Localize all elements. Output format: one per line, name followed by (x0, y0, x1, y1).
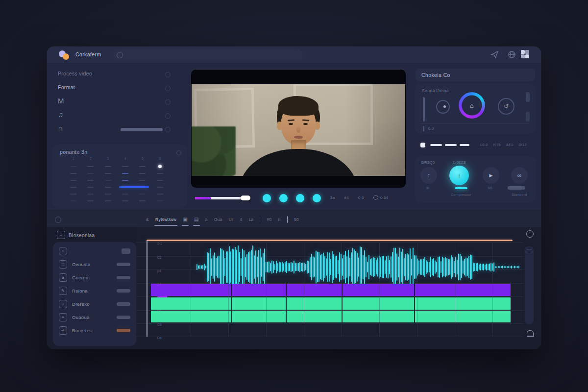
mixer-cell[interactable] (117, 172, 134, 174)
dial-button-loop[interactable]: ∞ (511, 167, 528, 184)
video-preview[interactable] (191, 70, 406, 188)
sidebar-progress-bar[interactable] (121, 128, 163, 131)
mixer-cell[interactable] (65, 179, 82, 181)
mixer-cell[interactable] (117, 200, 134, 201)
inspector-header[interactable]: Chokeia Co (416, 69, 535, 81)
player-action-button-2[interactable] (279, 194, 288, 202)
toolbar-item[interactable]: n (278, 217, 281, 222)
clip-split[interactable] (231, 284, 232, 296)
mixer-cell[interactable] (134, 166, 151, 167)
track-list-item[interactable]: ○ (53, 245, 136, 258)
mixer-cell[interactable] (99, 166, 117, 167)
track-list-item[interactable]: ≡ Ouaoua (53, 311, 136, 324)
mixer-cell[interactable] (65, 193, 82, 195)
toolbar-item[interactable]: 50 (294, 217, 299, 222)
sidebar-item[interactable]: ∩ (53, 123, 189, 135)
mixer-cell[interactable] (151, 179, 169, 181)
mixer-cell[interactable] (151, 166, 169, 167)
sidebar-item-radio[interactable] (165, 113, 171, 119)
track-list-item[interactable]: □ Ovousta (53, 258, 136, 271)
mixer-cell[interactable] (82, 193, 99, 195)
clip-split[interactable] (231, 297, 232, 310)
mixer-cell[interactable] (151, 172, 169, 174)
toolbar-item[interactable] (260, 217, 260, 222)
clip-split[interactable] (414, 297, 415, 310)
mixer-cell[interactable] (117, 186, 151, 188)
mixer-cell[interactable] (134, 200, 151, 201)
mixer-cell[interactable] (151, 193, 169, 195)
clip-split[interactable] (231, 311, 232, 322)
track-list-item[interactable]: ♪ Drerexo (53, 297, 136, 311)
magnet-snap-icon[interactable] (527, 330, 534, 337)
mixer-cell[interactable] (99, 186, 117, 188)
clip-split[interactable] (414, 311, 415, 322)
meter-dot[interactable] (420, 143, 425, 147)
meter-dash[interactable] (430, 144, 442, 146)
clip-track-purple[interactable] (151, 284, 511, 296)
toolbar-item[interactable]: ▣ (183, 217, 188, 222)
toolbar-item[interactable]: Ur (229, 217, 234, 222)
track-list-item[interactable]: a Guereo (53, 271, 136, 284)
timeline[interactable]: 0:1C2p46368C8Da (136, 227, 541, 341)
sidebar-item-radio[interactable] (165, 86, 171, 91)
toolbar-record-icon[interactable] (55, 217, 61, 223)
toolbar-item[interactable]: a (205, 217, 208, 222)
clip-split[interactable] (286, 297, 287, 310)
mixer-cell[interactable] (82, 179, 99, 181)
player-action-button-1[interactable] (263, 194, 271, 202)
mixer-cell[interactable] (99, 200, 117, 201)
sidebar-item[interactable]: Process video (53, 69, 189, 80)
mixer-cell[interactable] (65, 200, 82, 201)
mixer-cell[interactable] (151, 200, 169, 201)
clock-icon[interactable] (526, 230, 534, 238)
dial-button-active[interactable]: ↑ (449, 166, 469, 185)
mixer-cell[interactable] (65, 166, 82, 167)
mixer-cell[interactable] (99, 172, 117, 174)
timeline-scrollbar[interactable] (525, 246, 534, 324)
toolbar-item[interactable]: #0 (267, 217, 271, 222)
mixer-cell[interactable] (117, 193, 134, 195)
search-input[interactable] (113, 49, 303, 60)
sidebar-item[interactable]: ♫ (53, 110, 189, 122)
tone-vertical-slider[interactable] (423, 97, 425, 122)
sidebar-item[interactable]: Format (53, 82, 189, 94)
meter-dash[interactable] (445, 144, 457, 146)
mixer-cell[interactable] (65, 172, 82, 174)
clip-track-green-2[interactable] (151, 311, 511, 322)
dial-button-up[interactable]: ↑ (420, 167, 437, 184)
toolbar-item[interactable]: ▤ (194, 217, 199, 222)
tone-knob-small[interactable] (436, 100, 450, 114)
sidebar-item-radio[interactable] (165, 99, 171, 105)
toolbar-item[interactable]: Rytswtsuw (155, 217, 176, 222)
mixer-cell[interactable] (117, 166, 134, 167)
mixer-cell[interactable] (134, 193, 151, 195)
meter-dash[interactable] (460, 144, 469, 146)
toolbar-item[interactable]: Oua (214, 217, 222, 222)
mixer-cell[interactable] (134, 179, 151, 181)
sidebar-item-radio[interactable] (165, 72, 171, 77)
mixer-cell[interactable] (99, 193, 117, 195)
toolbar-item[interactable]: La (248, 217, 253, 222)
playhead[interactable] (147, 241, 147, 337)
dial-button-play[interactable]: ▶ (483, 167, 499, 184)
player-action-button-3[interactable] (296, 194, 304, 202)
share-icon[interactable] (490, 50, 499, 59)
mixer-cell[interactable] (134, 172, 151, 174)
apps-grid-icon[interactable] (520, 49, 529, 58)
clip-track-green-1[interactable] (151, 297, 511, 310)
clip-split[interactable] (286, 284, 287, 296)
sidebar-item-radio[interactable] (165, 127, 171, 132)
mixer-cell[interactable] (117, 179, 134, 181)
mixer-cell[interactable] (82, 186, 99, 188)
mixer-cell[interactable] (82, 166, 99, 167)
toolbar-item[interactable]: 4 (240, 217, 242, 222)
mixer-cell[interactable] (99, 179, 117, 181)
clip-split[interactable] (414, 284, 415, 296)
mixer-cell[interactable] (151, 186, 169, 188)
globe-icon[interactable] (508, 50, 516, 59)
player-action-button-4[interactable] (313, 194, 321, 202)
tone-knob-gauge[interactable]: ↺ (498, 98, 514, 115)
clip-split[interactable] (286, 311, 287, 322)
playback-slider-handle[interactable] (241, 196, 250, 200)
track-list-item[interactable]: ↵ Booertes (53, 324, 136, 337)
